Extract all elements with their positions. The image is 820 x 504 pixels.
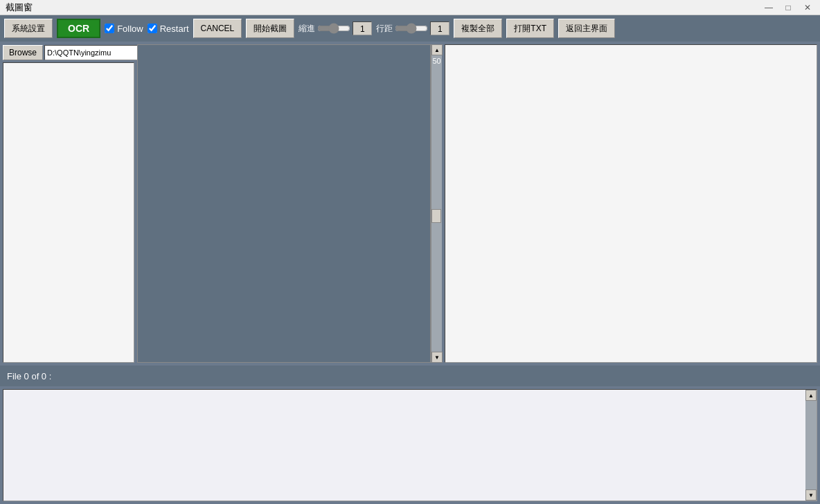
left-panel: Browse [3, 44, 134, 363]
toolbar: 系統設置 OCR Follow Restart CANCEL 開始截圖 縮進 1… [0, 15, 820, 42]
line-value: 1 [430, 21, 449, 35]
ocr-result-panel[interactable] [445, 44, 817, 363]
bottom-textarea[interactable] [3, 390, 805, 501]
browse-button[interactable]: Browse [3, 45, 43, 60]
vertical-scrollbar: ▲ 50 ▼ [431, 44, 442, 363]
follow-label: Follow [117, 24, 143, 34]
copy-all-button[interactable]: 複製全部 [454, 19, 502, 38]
image-container: ▲ 50 ▼ [137, 44, 442, 363]
restart-checkbox-group: Restart [148, 24, 189, 34]
zoom-slider[interactable] [317, 23, 350, 34]
scroll-up-button[interactable]: ▲ [431, 44, 443, 55]
scroll-down-button[interactable]: ▼ [431, 352, 443, 363]
bottom-area: ▲ ▼ [0, 386, 820, 504]
title-bar: 截圖窗 — □ ✕ [0, 0, 820, 15]
bottom-scrollbar: ▲ ▼ [805, 390, 817, 501]
open-txt-button[interactable]: 打開TXT [506, 19, 554, 38]
bottom-scroll-up[interactable]: ▲ [805, 390, 817, 401]
return-main-button[interactable]: 返回主界面 [558, 19, 615, 38]
scroll-number: 50 [431, 55, 442, 66]
bottom-textarea-wrap: ▲ ▼ [3, 389, 817, 501]
ocr-button[interactable]: OCR [57, 19, 100, 38]
center-panel: ▲ 50 ▼ [137, 44, 442, 363]
image-view[interactable] [137, 44, 431, 363]
minimize-button[interactable]: — [762, 2, 776, 13]
maximize-button[interactable]: □ [781, 2, 795, 13]
cancel-button[interactable]: CANCEL [193, 19, 242, 38]
scroll-thumb[interactable] [431, 209, 441, 223]
bottom-scroll-down[interactable]: ▼ [805, 489, 817, 501]
zoom-label: 縮進 [298, 23, 315, 35]
restart-label: Restart [160, 24, 189, 34]
follow-checkbox[interactable] [105, 24, 114, 33]
restart-checkbox[interactable] [148, 24, 157, 33]
status-bar: File 0 of 0 : [0, 366, 820, 386]
line-spacing-slider[interactable] [395, 23, 428, 34]
close-button[interactable]: ✕ [801, 2, 814, 13]
start-capture-button[interactable]: 開始截圖 [246, 19, 294, 38]
browse-row: Browse [3, 44, 134, 61]
scroll-track [431, 66, 442, 352]
zoom-group: 縮進 1 [298, 21, 372, 35]
line-spacing-label: 行距 [376, 23, 393, 35]
main-area: Browse ▲ 50 ▼ [0, 42, 820, 366]
system-settings-button[interactable]: 系統設置 [4, 19, 53, 38]
line-spacing-group: 行距 1 [376, 21, 449, 35]
window-controls: — □ ✕ [762, 2, 814, 13]
follow-checkbox-group: Follow [105, 24, 143, 34]
file-list[interactable] [3, 62, 134, 363]
zoom-value: 1 [353, 21, 372, 35]
status-text: File 0 of 0 : [7, 371, 51, 381]
title-text: 截圖窗 [6, 1, 33, 14]
path-input[interactable] [44, 45, 145, 60]
